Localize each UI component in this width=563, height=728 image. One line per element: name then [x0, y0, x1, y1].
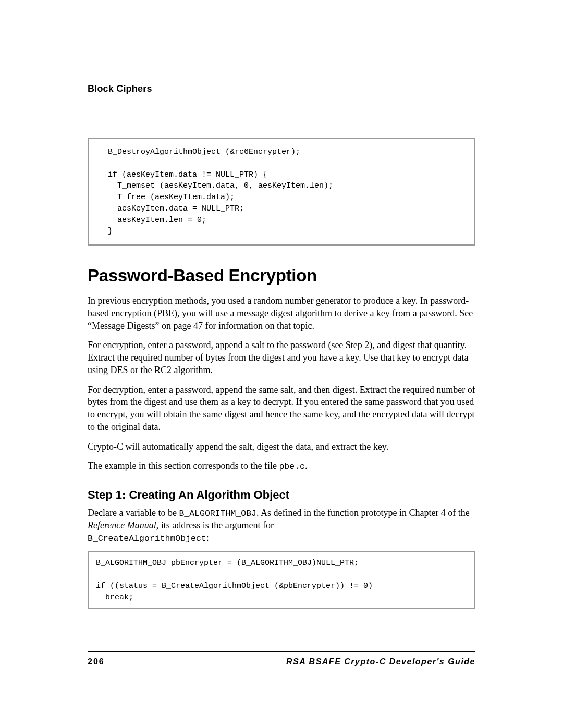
paragraph-5-text-b: .	[305, 461, 308, 471]
paragraph-5: The example in this section corresponds …	[88, 460, 475, 473]
step-paragraph: Declare a variable to be B_ALGORITHM_OBJ…	[88, 507, 475, 544]
page: Block Ciphers B_DestroyAlgorithmObject (…	[0, 0, 563, 728]
inline-code-create-alg: B_CreateAlgorithmObject	[88, 534, 206, 544]
page-number: 206	[88, 657, 105, 667]
step-text-d: :	[206, 533, 209, 543]
step-text-b: . As defined in the function prototype i…	[256, 508, 470, 518]
inline-code-alg-obj: B_ALGORITHM_OBJ	[179, 509, 256, 519]
step-heading: Step 1: Creating An Algorithm Object	[88, 488, 475, 502]
inline-code-pbe: pbe.c	[279, 462, 305, 472]
footer-row: 206 RSA BSAFE Crypto-C Developer's Guide	[88, 657, 475, 667]
paragraph-3: For decryption, enter a password, append…	[88, 384, 475, 434]
code-block-bottom: B_ALGORITHM_OBJ pbEncrypter = (B_ALGORIT…	[88, 551, 475, 609]
code-block-top: B_DestroyAlgorithmObject (&rc6Encrypter)…	[88, 138, 475, 246]
section-heading: Password-Based Encryption	[88, 266, 475, 286]
header-rule	[88, 101, 475, 101]
paragraph-1: In previous encryption methods, you used…	[88, 295, 475, 332]
paragraph-4: Crypto-C will automatically append the s…	[88, 441, 475, 453]
doc-title: RSA BSAFE Crypto-C Developer's Guide	[286, 657, 475, 667]
footer-rule	[88, 651, 475, 652]
paragraph-2: For encryption, enter a password, append…	[88, 339, 475, 376]
step-text-a: Declare a variable to be	[88, 508, 179, 518]
reference-manual-italic: Reference Manual	[88, 520, 156, 530]
running-header: Block Ciphers	[88, 83, 475, 94]
page-footer: 206 RSA BSAFE Crypto-C Developer's Guide	[88, 651, 475, 667]
step-text-c: , its address is the argument for	[156, 520, 274, 530]
paragraph-5-text-a: The example in this section corresponds …	[88, 461, 279, 471]
